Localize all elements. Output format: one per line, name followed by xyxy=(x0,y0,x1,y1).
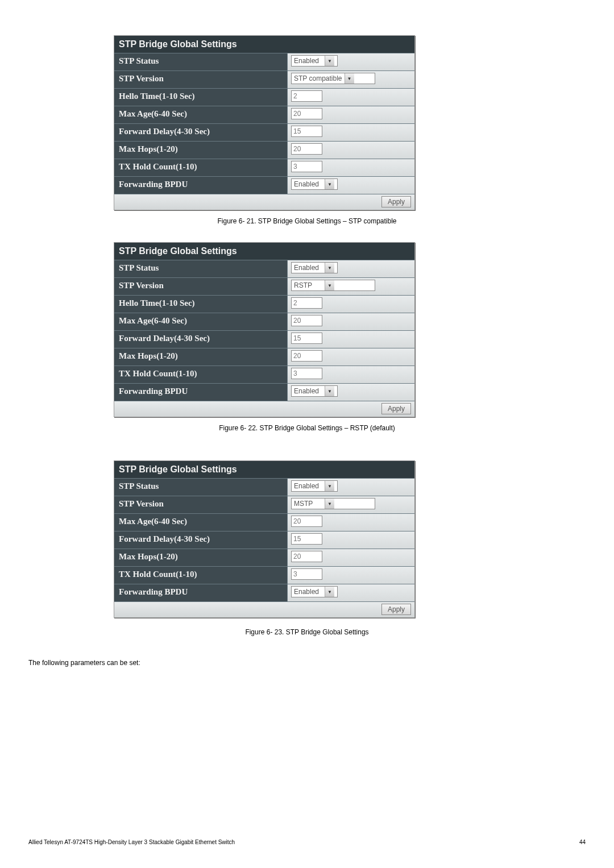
label-max-hops: Max Hops(1-20) xyxy=(114,549,288,566)
hello-time-input[interactable]: 2 xyxy=(291,90,322,102)
apply-button[interactable]: Apply xyxy=(381,604,411,615)
stp-version-select[interactable]: MSTP ▼ xyxy=(291,498,375,509)
max-hops-input[interactable]: 20 xyxy=(291,143,322,155)
max-age-input[interactable]: 20 xyxy=(291,516,322,527)
forwarding-bpdu-select[interactable]: Enabled ▼ xyxy=(291,178,338,190)
footer-left-text: Allied Telesyn AT-9724TS High-Density La… xyxy=(28,839,235,845)
row-stp-version: STP Version RSTP ▼ xyxy=(114,277,414,295)
stp-version-select[interactable]: STP compatible ▼ xyxy=(291,73,375,84)
label-forward-delay: Forward Delay(4-30 Sec) xyxy=(114,124,288,141)
row-forward-delay: Forward Delay(4-30 Sec) 15 xyxy=(114,123,414,141)
row-hello-time: Hello Time(1-10 Sec) 2 xyxy=(114,88,414,106)
panel-1-wrap: STP Bridge Global Settings STP Status En… xyxy=(114,35,415,210)
select-text: Enabled xyxy=(292,482,325,490)
value-stp-version: STP compatible ▼ xyxy=(288,71,414,88)
label-max-age: Max Age(6-40 Sec) xyxy=(114,313,288,330)
label-max-age: Max Age(6-40 Sec) xyxy=(114,514,288,531)
row-max-hops: Max Hops(1-20) 20 xyxy=(114,348,414,366)
hello-time-input[interactable]: 2 xyxy=(291,297,322,309)
forwarding-bpdu-select[interactable]: Enabled ▼ xyxy=(291,586,338,597)
label-max-hops: Max Hops(1-20) xyxy=(114,348,288,366)
max-hops-input[interactable]: 20 xyxy=(291,350,322,362)
max-age-input[interactable]: 20 xyxy=(291,108,322,119)
row-stp-version: STP Version MSTP ▼ xyxy=(114,496,414,513)
tx-hold-input[interactable]: 3 xyxy=(291,368,322,379)
value-max-age: 20 xyxy=(288,514,414,531)
label-stp-version: STP Version xyxy=(114,496,288,513)
forward-delay-input[interactable]: 15 xyxy=(291,126,322,137)
label-forward-delay: Forward Delay(4-30 Sec) xyxy=(114,331,288,348)
row-max-hops: Max Hops(1-20) 20 xyxy=(114,549,414,566)
label-hello-time: Hello Time(1-10 Sec) xyxy=(114,89,288,106)
apply-button[interactable]: Apply xyxy=(381,403,411,414)
forward-delay-input[interactable]: 15 xyxy=(291,333,322,344)
label-max-age: Max Age(6-40 Sec) xyxy=(114,106,288,123)
label-stp-version: STP Version xyxy=(114,71,288,88)
max-age-input[interactable]: 20 xyxy=(291,315,322,326)
panel-title: STP Bridge Global Settings xyxy=(114,36,414,53)
panel-title: STP Bridge Global Settings xyxy=(114,461,414,478)
value-tx-hold: 3 xyxy=(288,567,414,584)
figure-caption-2: Figure 6- 22. STP Bridge Global Settings… xyxy=(28,424,586,432)
stp-status-select[interactable]: Enabled ▼ xyxy=(291,480,338,492)
row-tx-hold: TX Hold Count(1-10) 3 xyxy=(114,566,414,584)
stp-status-select[interactable]: Enabled ▼ xyxy=(291,262,338,273)
footer-row: Apply xyxy=(114,601,414,617)
label-max-hops: Max Hops(1-20) xyxy=(114,142,288,159)
select-text: Enabled xyxy=(292,57,325,65)
row-forward-delay: Forward Delay(4-30 Sec) 15 xyxy=(114,531,414,549)
forward-delay-input[interactable]: 15 xyxy=(291,533,322,545)
panel-3-wrap: STP Bridge Global Settings STP Status En… xyxy=(114,460,415,618)
label-stp-status: STP Status xyxy=(114,260,288,277)
page-footer: Allied Telesyn AT-9724TS High-Density La… xyxy=(28,839,586,845)
tx-hold-input[interactable]: 3 xyxy=(291,161,322,172)
value-max-hops: 20 xyxy=(288,348,414,366)
panel-title: STP Bridge Global Settings xyxy=(114,243,414,260)
chevron-down-icon: ▼ xyxy=(325,56,334,66)
value-tx-hold: 3 xyxy=(288,159,414,176)
label-forwarding-bpdu: Forwarding BPDU xyxy=(114,584,288,601)
chevron-down-icon: ▼ xyxy=(325,481,334,491)
chevron-down-icon: ▼ xyxy=(345,73,354,84)
label-stp-version: STP Version xyxy=(114,278,288,295)
row-forwarding-bpdu: Forwarding BPDU Enabled ▼ xyxy=(114,383,414,401)
label-stp-status: STP Status xyxy=(114,53,288,70)
label-stp-status: STP Status xyxy=(114,479,288,496)
stp-version-select[interactable]: RSTP ▼ xyxy=(291,280,375,291)
stp-status-select[interactable]: Enabled ▼ xyxy=(291,55,338,67)
value-stp-status: Enabled ▼ xyxy=(288,260,414,277)
value-max-hops: 20 xyxy=(288,142,414,159)
value-stp-status: Enabled ▼ xyxy=(288,479,414,496)
apply-button[interactable]: Apply xyxy=(381,196,411,207)
chevron-down-icon: ▼ xyxy=(325,587,334,597)
value-stp-version: RSTP ▼ xyxy=(288,278,414,295)
page-number: 44 xyxy=(579,839,586,845)
label-hello-time: Hello Time(1-10 Sec) xyxy=(114,296,288,313)
row-forwarding-bpdu: Forwarding BPDU Enabled ▼ xyxy=(114,584,414,601)
figure-caption-3: Figure 6- 23. STP Bridge Global Settings xyxy=(28,628,586,636)
row-stp-status: STP Status Enabled ▼ xyxy=(114,260,414,277)
row-max-age: Max Age(6-40 Sec) 20 xyxy=(114,313,414,330)
value-forwarding-bpdu: Enabled ▼ xyxy=(288,177,414,194)
chevron-down-icon: ▼ xyxy=(325,179,334,189)
chevron-down-icon: ▼ xyxy=(325,386,334,396)
value-forwarding-bpdu: Enabled ▼ xyxy=(288,384,414,401)
value-stp-version: MSTP ▼ xyxy=(288,496,414,513)
row-tx-hold: TX Hold Count(1-10) 3 xyxy=(114,366,414,383)
label-tx-hold: TX Hold Count(1-10) xyxy=(114,567,288,584)
value-forward-delay: 15 xyxy=(288,331,414,348)
label-tx-hold: TX Hold Count(1-10) xyxy=(114,366,288,383)
value-tx-hold: 3 xyxy=(288,366,414,383)
forwarding-bpdu-select[interactable]: Enabled ▼ xyxy=(291,385,338,397)
row-stp-status: STP Status Enabled ▼ xyxy=(114,53,414,70)
max-hops-input[interactable]: 20 xyxy=(291,551,322,562)
chevron-down-icon: ▼ xyxy=(325,263,334,273)
page: STP Bridge Global Settings STP Status En… xyxy=(0,0,614,868)
tx-hold-input[interactable]: 3 xyxy=(291,568,322,580)
select-text: Enabled xyxy=(292,387,325,395)
value-max-hops: 20 xyxy=(288,549,414,566)
row-stp-version: STP Version STP compatible ▼ xyxy=(114,70,414,88)
row-hello-time: Hello Time(1-10 Sec) 2 xyxy=(114,295,414,313)
row-stp-status: STP Status Enabled ▼ xyxy=(114,478,414,496)
select-text: MSTP xyxy=(292,500,325,508)
